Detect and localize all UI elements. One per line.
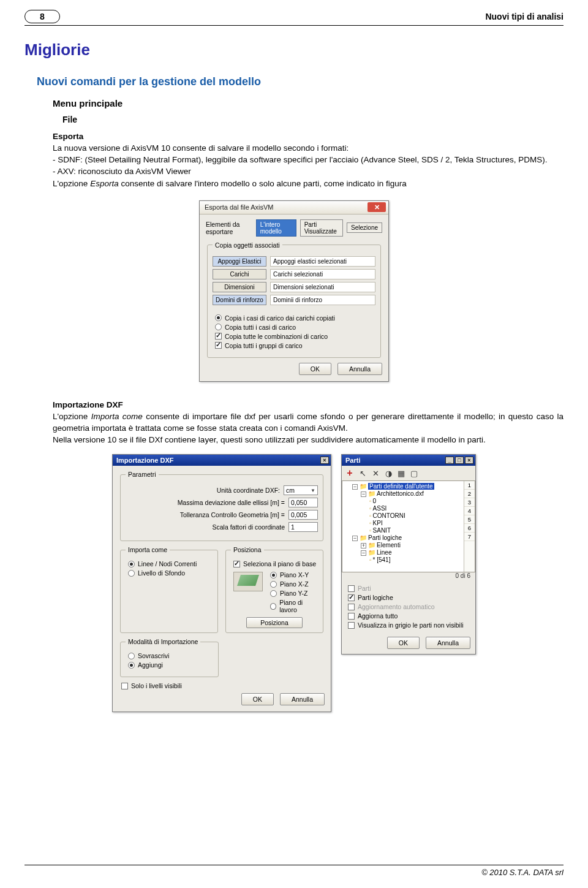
lbl-unit: Unità coordinate DXF: [126, 487, 280, 494]
btn-appoggi-elastici[interactable]: Appoggi Elastici [213, 256, 266, 267]
txt-domini: Dominii di rinforzo [270, 295, 375, 305]
checkbox-icon [121, 683, 128, 689]
radio-icon [128, 570, 135, 577]
check-visualizza-grigio[interactable]: Visualizza in grigio le parti non visibi… [348, 621, 472, 629]
dialog-dxf-title: Importazione DXF [116, 457, 174, 464]
btn-carichi[interactable]: Carichi [213, 269, 266, 279]
radio-icon [270, 572, 277, 579]
dialog-dxf-titlebar[interactable]: Importazione DXF × [113, 455, 331, 466]
parti-toolbar: + ↖ ✕ ◑ ▦ ▢ [342, 466, 475, 480]
minimize-icon[interactable]: _ [445, 457, 454, 464]
tree-elementi[interactable]: Elementi [377, 542, 401, 548]
intersect-icon[interactable]: ◑ [383, 468, 393, 478]
radio-livello-sfondo[interactable]: Livello di Sfondo [128, 569, 213, 577]
dialog-esporta-title: Esporta dal file AxisVM [205, 203, 274, 211]
tree-number-column: 1 2 3 4 5 6 7 [464, 481, 475, 572]
cursor-icon[interactable]: ↖ [358, 468, 368, 478]
input-scala[interactable]: 1 [288, 522, 318, 532]
tree-item[interactable]: CONTORNI [373, 512, 405, 519]
radio-piano-yz[interactable]: Piano Y-Z [270, 590, 318, 597]
lbl-scala: Scala fattori di coordinate [126, 523, 285, 531]
cancel-button[interactable]: Annulla [337, 363, 382, 375]
radio-icon [128, 653, 135, 659]
tree-linee[interactable]: Linee [377, 549, 391, 556]
square-icon[interactable]: ▢ [409, 468, 419, 478]
radio-icon [128, 662, 135, 669]
radio-aggiungi[interactable]: Aggiungi [128, 661, 213, 669]
checkbox-icon [348, 622, 355, 629]
tree-item[interactable]: ASSI [373, 505, 387, 512]
input-deviazione[interactable]: 0,050 [288, 498, 318, 507]
import-em: Importa come [91, 412, 143, 421]
dialog-parti: Parti _ □ × + ↖ ✕ ◑ ▦ ▢ −📁Parti definite… [341, 454, 476, 655]
esporta-section: Esporta La nuova versione di AxisVM 10 c… [53, 131, 564, 189]
legend-posiziona: Posiziona [231, 546, 264, 553]
checkbox-icon [348, 604, 355, 610]
lbl-tolleranza: Tolleranza Controllo Geometria [m] = [126, 511, 285, 518]
page-header: 8 Nuovi tipi di analisi [24, 10, 564, 26]
tree-root[interactable]: Parti definite dall'utente [368, 483, 434, 490]
check-aggiornamento-auto: Aggiornamento automatico [348, 603, 472, 610]
dialog-parti-title: Parti [345, 457, 360, 464]
esporta-lead: Esporta [53, 132, 83, 141]
tab-parti-visualizzate[interactable]: Parti Visualizzate [300, 219, 343, 237]
tab-selezione[interactable]: Selezione [347, 222, 382, 233]
check-gruppi[interactable]: Copia tutti i gruppi di carico [215, 342, 375, 349]
tab-intero-modello[interactable]: L'intero modello [256, 219, 296, 237]
tree-leaf[interactable]: * [541] [373, 556, 391, 563]
close-icon[interactable]: × [320, 457, 329, 464]
import-lead: Importazione DXF [53, 400, 123, 409]
checkbox-icon [348, 613, 355, 620]
btn-domini-rinforzo[interactable]: Domini di rinforzo [213, 295, 266, 305]
import-text-2: Nella versione 10 se il file DXf contien… [53, 435, 486, 444]
import-section: Importazione DXF L'opzione Importa come … [53, 399, 564, 446]
cancel-button[interactable]: Annulla [426, 637, 470, 649]
check-livelli-visibili[interactable]: Solo i livelli visibili [121, 682, 325, 689]
elems-label: Elementi da esportare [206, 221, 252, 235]
radio-copia-dai-carichi[interactable]: Copia i casi di carico dai carichi copia… [215, 314, 375, 322]
fieldset-copia-oggetti: Copia oggetti associati Appoggi Elastici… [207, 241, 381, 358]
add-icon[interactable]: + [345, 468, 355, 478]
tree-item[interactable]: KPI [373, 520, 383, 526]
esporta-em: Esporta [90, 179, 119, 188]
esporta-text-2a: L'opzione [53, 179, 90, 188]
radio-piano-xy[interactable]: Piano X-Y [270, 571, 318, 579]
close-icon[interactable]: × [465, 457, 473, 464]
ok-button[interactable]: OK [387, 637, 420, 649]
ok-button[interactable]: OK [299, 363, 331, 375]
check-parti-logiche[interactable]: Parti logiche [348, 594, 472, 601]
esporta-text-2b: consente di salvare l'intero modello o s… [119, 179, 407, 188]
posiziona-button[interactable]: Posiziona [246, 617, 303, 628]
radio-copia-tutti-casi[interactable]: Copia tutti i casi di carico [215, 324, 375, 331]
heading-menu-principale: Menu principale [53, 98, 564, 108]
new-icon[interactable]: ▦ [396, 468, 406, 478]
dropdown-unit[interactable]: cm ▼ [284, 485, 318, 495]
radio-linee-nodi[interactable]: Linee / Nodi Correnti [128, 560, 213, 567]
esporta-li-sdnf: - SDNF: (Steel Detailing Neutral Format)… [53, 155, 547, 164]
delete-icon[interactable]: ✕ [371, 468, 380, 478]
dialog-esporta-titlebar[interactable]: Esporta dal file AxisVM ✕ [200, 201, 388, 214]
tree-item[interactable]: SANIT [373, 527, 391, 534]
input-tolleranza[interactable]: 0,005 [288, 510, 318, 520]
btn-dimensioni[interactable]: Dimensioni [213, 282, 266, 292]
esporta-text-1: La nuova versione di AxisVM 10 consente … [53, 143, 349, 153]
txt-appoggi: Appoggi elastici selezionati [270, 256, 375, 267]
dialog-importazione-dxf: Importazione DXF × Parametri Unità coord… [112, 454, 331, 712]
cancel-button[interactable]: Annulla [280, 693, 325, 705]
radio-piano-xz[interactable]: Piano X-Z [270, 580, 318, 588]
txt-carichi: Carichi selezionati [270, 269, 375, 279]
tree-item[interactable]: 0 [373, 498, 377, 504]
parti-tree[interactable]: −📁Parti definite dall'utente −📁Architett… [342, 480, 475, 572]
radio-sovrascrivi[interactable]: Sovrascrivi [128, 652, 213, 659]
check-piano-base[interactable]: Seleziona il piano di base [233, 560, 318, 567]
radio-piano-lavoro[interactable]: Piano di lavoro [270, 599, 318, 613]
maximize-icon[interactable]: □ [455, 457, 464, 464]
dialog-parti-titlebar[interactable]: Parti _ □ × [342, 455, 475, 466]
check-aggiorna-tutto[interactable]: Aggiorna tutto [348, 612, 472, 620]
close-icon[interactable]: ✕ [368, 202, 386, 212]
ok-button[interactable]: OK [241, 693, 274, 705]
check-combinazioni[interactable]: Copia tutte le combinazioni di carico [215, 333, 375, 340]
header-title: Nuovi tipi di analisi [67, 12, 564, 21]
tree-item[interactable]: Architettonico.dxf [377, 490, 424, 497]
tree-parti-logiche[interactable]: Parti logiche [368, 534, 402, 541]
